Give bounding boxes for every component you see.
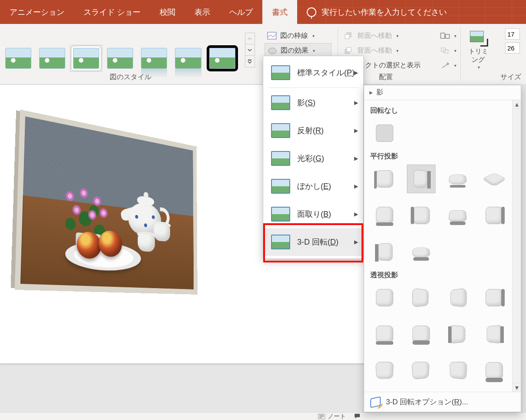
width-icon xyxy=(502,44,503,52)
chevron-right-icon: ▶ xyxy=(369,90,373,95)
svg-rect-0 xyxy=(248,60,251,60)
rotation-gallery-panel: ▶ 影 回転なし 平行投影 透視投影 xyxy=(364,85,521,412)
style-tile-5[interactable] xyxy=(141,48,167,69)
rot-none[interactable] xyxy=(370,119,399,148)
rotation-heading-none: 回転なし xyxy=(370,106,521,115)
style-tile-7[interactable] xyxy=(209,48,235,69)
tab-slideshow[interactable]: スライド ショー xyxy=(74,0,150,24)
height-icon xyxy=(502,30,503,38)
tab-review[interactable]: 校閲 xyxy=(150,0,185,24)
shadow-icon xyxy=(271,95,290,110)
width-input[interactable] xyxy=(505,42,520,54)
align-button[interactable]: ▾ xyxy=(440,28,454,43)
rot-par-6[interactable] xyxy=(407,201,436,230)
fx-preset[interactable]: 標準スタイル(P) ▶ xyxy=(263,59,363,87)
bevel-icon xyxy=(271,207,290,222)
lightbulb-icon xyxy=(307,7,316,17)
picture-border-button[interactable]: 図の枠線▾ xyxy=(267,28,332,43)
decorative-circuit xyxy=(300,0,526,24)
rot-per-8[interactable] xyxy=(480,320,509,349)
comments-icon xyxy=(354,413,361,419)
rot-par-4[interactable] xyxy=(480,165,509,193)
rot-par-9[interactable] xyxy=(370,238,399,266)
group-label-picture-styles: 図のスタイル xyxy=(0,73,261,82)
svg-rect-1 xyxy=(268,32,276,39)
scroll-up-icon[interactable]: ▴ xyxy=(513,100,521,109)
glow-icon xyxy=(271,151,290,166)
rotation-options-button[interactable]: 3-D 回転オプション(R)... xyxy=(364,392,521,412)
gallery-scroll xyxy=(245,33,255,67)
gallery-scroll-down[interactable] xyxy=(245,44,255,56)
rot-par-3[interactable] xyxy=(443,165,472,193)
crop-icon xyxy=(468,29,488,47)
tab-format[interactable]: 書式 xyxy=(262,0,297,24)
ribbon-tab-bar: アニメーション スライド ショー 校閲 表示 ヘルプ 書式 実行したい作業を入力… xyxy=(0,0,526,24)
group-label-size: サイズ xyxy=(496,73,526,82)
style-tile-3[interactable] xyxy=(73,48,99,69)
fx-bevel[interactable]: 面取り(B) ▶ xyxy=(263,200,363,228)
tab-animation[interactable]: アニメーション xyxy=(0,0,74,24)
tab-help[interactable]: ヘルプ xyxy=(220,0,262,24)
rot-per-3[interactable] xyxy=(443,283,472,312)
style-tile-1[interactable] xyxy=(5,48,31,69)
notes-button[interactable]: ノート xyxy=(318,413,346,420)
send-backward-icon xyxy=(344,47,354,54)
rot-per-5[interactable] xyxy=(370,320,399,349)
arrange-group-right: ▾ ▾ ▾ xyxy=(434,24,460,84)
rotate-button[interactable]: ▾ xyxy=(440,58,454,73)
border-icon xyxy=(267,32,277,40)
svg-rect-6 xyxy=(347,47,351,52)
rot-per-9[interactable] xyxy=(370,356,399,385)
rot-per-7[interactable] xyxy=(443,320,472,349)
rot-per-2[interactable] xyxy=(407,283,436,312)
rotate-icon xyxy=(440,61,450,69)
fx-softedges[interactable]: ぼかし(E) ▶ xyxy=(263,172,363,200)
rot-par-1[interactable] xyxy=(370,165,399,193)
crop-group: トリミング ▾ xyxy=(461,24,496,84)
group-button[interactable]: ▾ xyxy=(440,43,454,58)
fx-shadow[interactable]: 影(S) ▶ xyxy=(263,89,363,117)
softedges-icon xyxy=(271,179,290,194)
rot-par-5[interactable] xyxy=(370,201,399,230)
height-input-row xyxy=(502,28,520,40)
rotation-heading-perspective: 透視投影 xyxy=(370,271,521,280)
rot-par-8[interactable] xyxy=(480,201,509,230)
bring-forward-button[interactable]: 前面へ移動▾ xyxy=(344,28,429,43)
rot-par-7[interactable] xyxy=(443,201,472,230)
tab-view[interactable]: 表示 xyxy=(185,0,220,24)
fx-3d-rotation[interactable]: 3-D 回転(D) ▶ xyxy=(263,228,363,256)
rotation-scrollbar[interactable]: ▴ ▾ xyxy=(512,100,521,392)
bring-forward-icon xyxy=(344,32,354,40)
rot-per-6[interactable] xyxy=(407,320,436,349)
crop-button[interactable]: トリミング ▾ xyxy=(467,29,489,70)
chevron-right-icon: ▶ xyxy=(354,70,358,76)
picture-styles-gallery: 図のスタイル xyxy=(0,24,261,84)
rotation-breadcrumb[interactable]: ▶ 影 xyxy=(364,85,521,100)
rotation-icon xyxy=(271,235,290,249)
gallery-scroll-up[interactable] xyxy=(245,33,255,44)
rot-par-10[interactable] xyxy=(407,238,436,266)
rot-per-12[interactable] xyxy=(480,356,509,385)
size-group: サイズ xyxy=(496,24,526,84)
height-input[interactable] xyxy=(505,28,520,40)
fx-reflection[interactable]: 反射(R) ▶ xyxy=(263,117,363,144)
rot-per-11[interactable] xyxy=(443,356,472,385)
gallery-expand[interactable] xyxy=(245,56,255,67)
reflection-icon xyxy=(271,123,290,138)
rotation-options-icon xyxy=(370,397,381,407)
rot-par-2[interactable] xyxy=(407,165,436,193)
style-tile-6[interactable] xyxy=(175,48,201,69)
comments-button[interactable] xyxy=(354,413,361,420)
align-icon xyxy=(440,32,450,40)
rot-per-1[interactable] xyxy=(370,283,399,312)
scroll-down-icon[interactable]: ▾ xyxy=(513,383,521,392)
preset-icon xyxy=(271,65,290,80)
rotation-heading-parallel: 平行投影 xyxy=(370,152,521,161)
rot-per-4[interactable] xyxy=(480,283,509,312)
rot-per-10[interactable] xyxy=(407,356,436,385)
style-tile-2[interactable] xyxy=(39,48,65,69)
effects-icon xyxy=(268,47,277,54)
style-tile-4[interactable] xyxy=(107,48,133,69)
width-input-row xyxy=(502,42,520,54)
fx-glow[interactable]: 光彩(G) ▶ xyxy=(263,144,363,172)
